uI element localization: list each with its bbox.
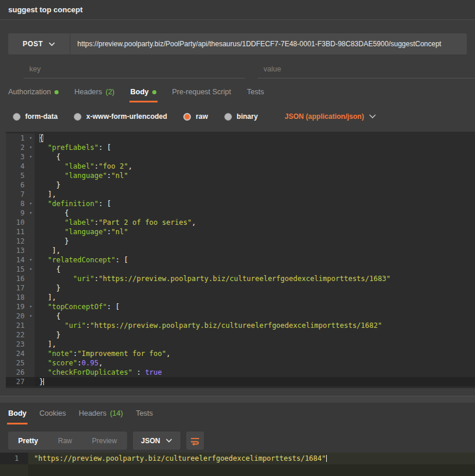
radio-label: raw: [196, 112, 208, 121]
code-content: "relatedConcept": [: [35, 255, 475, 265]
fold-arrow-icon[interactable]: ▾: [27, 143, 35, 152]
body-type-radio-raw[interactable]: raw: [183, 112, 208, 121]
fold-arrow-icon[interactable]: ▾: [27, 152, 35, 162]
code-content: {: [35, 208, 475, 218]
code-content: "topConceptOf": [: [35, 302, 475, 311]
code-line-20: 20▾ {: [6, 311, 475, 321]
fold-arrow-icon[interactable]: ▾: [27, 133, 35, 143]
response-format-label: JSON: [141, 437, 160, 445]
fold-column: [27, 358, 35, 368]
body-type-radio-binary[interactable]: binary: [224, 112, 258, 121]
tab-label: Cookies: [39, 409, 66, 417]
request-body-editor[interactable]: 1▾{2▾ "prefLabels": [3▾ {4 "label":"foo …: [6, 132, 475, 388]
code-content: {: [35, 152, 475, 162]
fold-column: [27, 368, 35, 377]
fold-arrow-icon[interactable]: ▾: [27, 311, 35, 321]
code-line-16: 16 "uri":"https://preview.poolparty.biz/…: [6, 274, 475, 283]
tab-body[interactable]: Body: [131, 87, 156, 102]
request-title: suggest top concept: [8, 5, 83, 14]
code-content: "uri":"https://preview.poolparty.biz/cul…: [35, 321, 475, 330]
line-number: 1: [0, 453, 21, 464]
postman-app: suggest top concept POST AuthorizationHe…: [0, 0, 475, 476]
url-input[interactable]: [70, 33, 467, 54]
tab-headers[interactable]: Headers(2): [74, 87, 115, 102]
line-number: 15: [6, 265, 27, 274]
fold-arrow-icon[interactable]: ▾: [27, 199, 35, 208]
line-number: 18: [6, 293, 27, 302]
radio-circle-icon: [13, 113, 20, 121]
line-number: 16: [6, 274, 27, 283]
code-line-7: 7 ],: [6, 190, 475, 199]
wrap-text-button[interactable]: [186, 432, 204, 450]
tab-label: Tests: [136, 409, 153, 417]
body-type-radio-x-www-form-urlencoded[interactable]: x-www-form-urlencoded: [74, 112, 167, 121]
view-mode-pretty[interactable]: Pretty: [8, 432, 48, 450]
body-format-dropdown[interactable]: JSON (application/json): [285, 112, 376, 121]
pane-resize-handle[interactable]: [0, 396, 475, 403]
line-number: 7: [6, 190, 27, 199]
fold-column: [27, 274, 35, 283]
line-number: 9: [6, 208, 27, 218]
line-number: 8: [6, 199, 27, 208]
line-number: 19: [6, 302, 27, 311]
url-bar: POST: [8, 33, 467, 54]
fold-arrow-icon[interactable]: ▾: [27, 208, 35, 218]
line-number: 13: [6, 246, 27, 255]
code-content: "label":"foo 2",: [35, 162, 475, 171]
tab-label: Authorization: [8, 88, 51, 96]
wrap-text-icon: [190, 436, 200, 446]
response-tab-headers[interactable]: Headers(14): [78, 409, 122, 424]
code-line-17: 17 }: [6, 283, 475, 293]
response-tab-tests[interactable]: Tests: [136, 409, 153, 424]
tab-pre-request-script[interactable]: Pre-request Script: [172, 87, 231, 102]
response-format-dropdown[interactable]: JSON: [133, 432, 181, 450]
tab-label: Body: [8, 409, 26, 417]
code-content: "uri":"https://preview.poolparty.biz/cul…: [35, 274, 475, 283]
view-mode-preview[interactable]: Preview: [82, 432, 127, 450]
body-format-label: JSON (application/json): [285, 112, 364, 121]
tab-count-badge: (14): [110, 409, 123, 417]
fold-arrow-icon[interactable]: ▾: [27, 302, 35, 311]
code-content: ],: [35, 340, 475, 349]
code-line-1: 1"https://preview.poolparty.biz/culturee…: [0, 453, 475, 464]
line-number: 2: [6, 143, 27, 152]
code-content: ],: [35, 246, 475, 255]
line-number: 25: [6, 358, 27, 368]
fold-arrow-icon[interactable]: ▾: [27, 255, 35, 265]
param-value-input[interactable]: [258, 61, 475, 78]
body-type-row: form-datax-www-form-urlencodedrawbinary …: [13, 109, 467, 124]
code-content: }: [35, 283, 475, 293]
code-line-9: 9▾ {: [6, 208, 475, 218]
line-number: 5: [6, 171, 27, 180]
response-body-editor[interactable]: 1"https://preview.poolparty.biz/culturee…: [0, 453, 475, 476]
code-line-5: 5 "language":"nl": [6, 171, 475, 180]
tab-label: Headers: [78, 409, 106, 417]
tab-label: Tests: [247, 88, 264, 96]
code-line-1: 1▾{: [6, 133, 475, 143]
code-content: "note":"Improvement for foo",: [35, 349, 475, 358]
line-number: 24: [6, 349, 27, 358]
code-line-22: 22 }: [6, 330, 475, 340]
body-type-radio-form-data[interactable]: form-data: [13, 112, 57, 121]
line-number: 4: [6, 162, 27, 171]
response-tab-body[interactable]: Body: [8, 409, 26, 424]
code-line-21: 21 "uri":"https://preview.poolparty.biz/…: [6, 321, 475, 330]
radio-circle-icon: [74, 113, 81, 121]
line-number: 21: [6, 321, 27, 330]
code-content: "language":"nl": [35, 171, 475, 180]
response-tab-cookies[interactable]: Cookies: [39, 409, 66, 424]
fold-column: [27, 377, 35, 386]
radio-label: form-data: [25, 112, 57, 121]
method-label: POST: [23, 40, 43, 48]
code-line-25: 25 "score":0.95,: [6, 358, 475, 368]
fold-arrow-icon[interactable]: ▾: [27, 265, 35, 274]
response-pane: BodyCookiesHeaders(14)Tests PrettyRawPre…: [0, 403, 475, 476]
param-key-input[interactable]: [23, 61, 245, 78]
view-mode-raw[interactable]: Raw: [48, 432, 82, 450]
tab-tests[interactable]: Tests: [247, 87, 264, 102]
method-dropdown[interactable]: POST: [8, 33, 70, 54]
fold-column: [27, 340, 35, 349]
request-titlebar: suggest top concept: [0, 0, 475, 20]
tab-authorization[interactable]: Authorization: [8, 87, 59, 102]
params-row: [0, 61, 475, 82]
